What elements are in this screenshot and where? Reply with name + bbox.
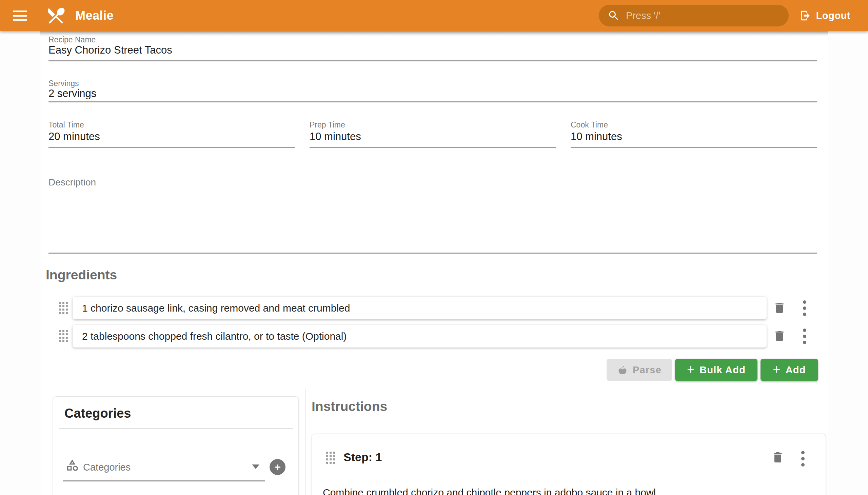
drag-handle-icon[interactable] (326, 451, 335, 464)
app-bar: Mealie Press '/' Logout (0, 0, 868, 31)
recipe-name-input[interactable]: Easy Chorizo Street Tacos (49, 44, 172, 56)
delete-ingredient-icon[interactable] (773, 329, 786, 344)
categories-select-underline (63, 480, 265, 481)
description-underline (49, 253, 817, 254)
total-time-input[interactable]: 20 minutes (49, 131, 100, 143)
logout-label: Logout (816, 10, 850, 21)
ingredients-heading: Ingredients (46, 268, 117, 283)
delete-ingredient-icon[interactable] (773, 301, 786, 316)
chevron-down-icon[interactable] (252, 464, 259, 469)
apple-icon (617, 364, 628, 375)
drag-handle-icon[interactable] (59, 302, 68, 314)
search-icon (608, 10, 620, 22)
plus-icon: + (687, 363, 695, 376)
step-text-input[interactable]: Combine crumbled chorizo and chipotle pe… (323, 487, 814, 495)
recipe-editor-sheet: Recipe Name Easy Chorizo Street Tacos Se… (40, 31, 828, 495)
step-card: Step: 1 Combine crumbled chorizo and chi… (311, 433, 826, 495)
categories-select[interactable]: Categories (83, 462, 131, 473)
description-label: Description (49, 177, 96, 188)
prep-time-input[interactable]: 10 minutes (310, 131, 361, 143)
total-time-underline (49, 147, 295, 148)
ingredient-menu-icon[interactable] (803, 328, 806, 344)
categories-card: Categories Categories + (53, 396, 299, 495)
step-menu-icon[interactable] (801, 451, 805, 466)
plus-icon: + (274, 461, 281, 473)
cook-time-label: Cook Time (571, 120, 608, 130)
step-title: Step: 1 (343, 450, 382, 464)
plus-icon: + (773, 363, 781, 376)
app-title: Mealie (75, 8, 114, 23)
instructions-heading: Instructions (311, 399, 387, 414)
categories-card-title: Categories (64, 406, 131, 421)
drag-handle-icon[interactable] (59, 330, 68, 342)
ingredient-input[interactable]: 2 tablespoons chopped fresh cilantro, or… (72, 325, 767, 347)
recipe-name-underline (49, 61, 817, 62)
prep-time-underline (310, 147, 556, 148)
bulk-add-button[interactable]: + Bulk Add (675, 359, 758, 381)
menu-icon[interactable] (13, 11, 27, 21)
search-input[interactable]: Press '/' (599, 5, 789, 27)
mealie-logo-icon (46, 5, 66, 26)
add-button[interactable]: + Add (761, 359, 818, 381)
ingredient-menu-icon[interactable] (803, 301, 806, 316)
cook-time-input[interactable]: 10 minutes (571, 131, 622, 143)
categories-card-divider (59, 428, 293, 429)
ingredient-input[interactable]: 1 chorizo sausage link, casing removed a… (72, 297, 767, 319)
category-shapes-icon (65, 458, 79, 473)
parse-button[interactable]: Parse (607, 359, 672, 381)
description-textarea[interactable] (49, 189, 817, 252)
servings-input[interactable]: 2 servings (49, 87, 96, 100)
search-placeholder: Press '/' (626, 10, 660, 21)
recipe-name-label: Recipe Name (49, 35, 96, 45)
add-label: Add (786, 364, 806, 376)
total-time-label: Total Time (49, 120, 84, 130)
bulk-add-label: Bulk Add (699, 364, 746, 376)
parse-label: Parse (633, 364, 662, 376)
logout-icon (800, 10, 811, 21)
cook-time-underline (571, 147, 817, 148)
logout-button[interactable]: Logout (800, 0, 850, 31)
delete-step-icon[interactable] (771, 450, 785, 465)
column-divider (306, 389, 306, 495)
servings-label: Servings (49, 79, 79, 88)
servings-underline (49, 101, 817, 102)
prep-time-label: Prep Time (310, 120, 345, 130)
add-category-button[interactable]: + (270, 459, 286, 475)
